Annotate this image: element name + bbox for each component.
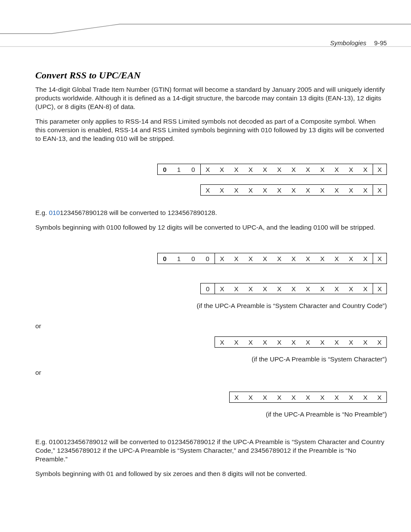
caption-2: (if the UPC-A Preamble is “System Charac… <box>35 355 387 363</box>
digit-row-3: 0100XXXXXXXXXXXX <box>35 253 387 264</box>
digit-cell: X <box>301 164 315 175</box>
digit-cell: X <box>258 184 272 196</box>
digit-cell: X <box>358 253 372 264</box>
digit-cell: X <box>243 253 258 264</box>
digit-cell: 0 <box>186 164 200 175</box>
digit-cell: X <box>272 283 286 294</box>
digit-row-6: XXXXXXXXXXX <box>35 392 387 403</box>
digit-cell: X <box>373 336 387 348</box>
digit-cell: X <box>330 392 344 403</box>
digit-cell: X <box>373 184 387 196</box>
caption-1: (if the UPC-A Preamble is “System Charac… <box>35 302 387 309</box>
section-heading: Convert RSS to UPC/EAN <box>35 70 387 81</box>
digit-cell: 0 <box>200 283 215 294</box>
digit-cell: X <box>315 392 330 403</box>
digit-cell: X <box>301 336 315 348</box>
digit-cell: X <box>373 283 387 294</box>
digit-cell: 0 <box>157 253 171 264</box>
digit-cell: X <box>258 283 272 294</box>
paragraph-intro-1: The 14-digit Global Trade Item Number (G… <box>35 85 387 111</box>
running-header: Symbologies 9-95 <box>330 40 387 47</box>
digit-cell: X <box>358 164 372 175</box>
digit-cell: X <box>344 253 358 264</box>
digit-cell: X <box>315 253 330 264</box>
digit-cell: X <box>215 184 229 196</box>
caption-3: (if the UPC-A Preamble is “No Preamble”) <box>35 411 387 418</box>
digit-cell: X <box>272 336 286 348</box>
digit-cell: X <box>215 283 229 294</box>
example-2: E.g. 0100123456789012 will be converted … <box>35 438 387 464</box>
digit-cell: 1 <box>172 253 186 264</box>
paragraph-upca: Symbols beginning with 0100 followed by … <box>35 223 387 232</box>
digit-cell: X <box>215 164 229 175</box>
digit-cell: X <box>286 164 301 175</box>
digit-cell: X <box>373 392 387 403</box>
digit-cell: X <box>330 336 344 348</box>
digit-cell: X <box>272 184 286 196</box>
digit-cell: X <box>330 253 344 264</box>
digit-cell: X <box>229 392 243 403</box>
digit-cell: X <box>315 336 330 348</box>
digit-cell: X <box>315 164 330 175</box>
digit-cell: X <box>258 164 272 175</box>
paragraph-final: Symbols beginning with 01 and followed b… <box>35 470 387 478</box>
digit-cell: X <box>272 253 286 264</box>
digit-cell: X <box>344 164 358 175</box>
digit-cell: X <box>301 283 315 294</box>
digit-cell: X <box>373 164 387 175</box>
digit-cell: X <box>229 164 243 175</box>
digit-cell: X <box>330 184 344 196</box>
digit-cell: X <box>344 283 358 294</box>
digit-cell: X <box>358 392 372 403</box>
digit-cell: X <box>301 253 315 264</box>
digit-cell: X <box>229 283 243 294</box>
digit-row-4: 0XXXXXXXXXXXX <box>35 283 387 294</box>
digit-cell: X <box>229 253 243 264</box>
digit-cell: X <box>258 253 272 264</box>
digit-cell: X <box>286 283 301 294</box>
digit-cell: X <box>358 336 372 348</box>
digit-cell: X <box>258 336 272 348</box>
digit-cell: X <box>344 336 358 348</box>
digit-cell: X <box>344 184 358 196</box>
digit-cell: 0 <box>157 164 171 175</box>
digit-cell: X <box>301 184 315 196</box>
example-1-prefix: E.g. <box>35 209 49 216</box>
digit-cell: X <box>315 184 330 196</box>
digit-cell: X <box>272 164 286 175</box>
digit-cell: X <box>200 184 215 196</box>
digit-cell: X <box>315 283 330 294</box>
digit-cell: X <box>286 392 301 403</box>
digit-cell: X <box>200 164 215 175</box>
digit-cell: X <box>286 336 301 348</box>
digit-cell: X <box>229 336 243 348</box>
digit-cell: X <box>272 392 286 403</box>
digit-row-1: 010XXXXXXXXXXXXX <box>35 164 387 175</box>
digit-cell: X <box>243 184 258 196</box>
digit-cell: X <box>330 283 344 294</box>
digit-row-5: XXXXXXXXXXXX <box>35 336 387 348</box>
header-rule-decoration <box>0 0 411 56</box>
digit-cell: X <box>243 336 258 348</box>
digit-row-2: XXXXXXXXXXXXX <box>35 184 387 196</box>
digit-cell: X <box>358 184 372 196</box>
digit-cell: X <box>229 184 243 196</box>
digit-cell: 0 <box>200 253 215 264</box>
paragraph-intro-2: This parameter only applies to RSS-14 an… <box>35 117 387 143</box>
digit-cell: X <box>243 392 258 403</box>
digit-cell: X <box>373 253 387 264</box>
digit-cell: 1 <box>172 164 186 175</box>
digit-cell: X <box>344 392 358 403</box>
digit-cell: X <box>258 392 272 403</box>
example-1: E.g. 0101234567890128 will be converted … <box>35 208 387 217</box>
digit-cell: X <box>286 253 301 264</box>
example-1-suffix: 1234567890128 will be converted to 12345… <box>60 209 217 216</box>
digit-cell: X <box>215 253 229 264</box>
digit-cell: X <box>330 164 344 175</box>
content-area: Convert RSS to UPC/EAN The 14-digit Glob… <box>35 70 387 484</box>
digit-cell: 0 <box>186 253 200 264</box>
digit-cell: X <box>243 283 258 294</box>
example-1-highlight: 010 <box>49 209 60 216</box>
page: Symbologies 9-95 Convert RSS to UPC/EAN … <box>0 0 411 532</box>
or-2: or <box>35 369 387 376</box>
